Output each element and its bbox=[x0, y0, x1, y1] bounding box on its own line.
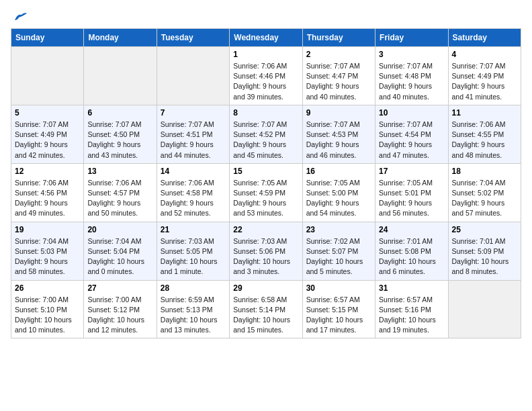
calendar-cell bbox=[448, 280, 521, 338]
cell-info: Sunrise: 7:07 AM Sunset: 4:49 PM Dayligh… bbox=[15, 120, 80, 161]
calendar-cell: 16Sunrise: 7:05 AM Sunset: 5:00 PM Dayli… bbox=[302, 163, 375, 222]
day-header-sunday: Sunday bbox=[11, 29, 84, 47]
date-number: 9 bbox=[306, 108, 371, 118]
date-number: 17 bbox=[379, 167, 444, 176]
date-number: 11 bbox=[452, 108, 517, 118]
cell-info: Sunrise: 6:57 AM Sunset: 5:15 PM Dayligh… bbox=[306, 295, 371, 336]
date-number: 12 bbox=[15, 167, 80, 176]
date-number: 5 bbox=[15, 108, 80, 118]
date-number: 14 bbox=[161, 167, 226, 176]
cell-info: Sunrise: 7:05 AM Sunset: 4:59 PM Dayligh… bbox=[233, 178, 298, 219]
cell-info: Sunrise: 7:02 AM Sunset: 5:07 PM Dayligh… bbox=[306, 236, 371, 277]
date-number: 26 bbox=[15, 283, 80, 293]
calendar-cell: 25Sunrise: 7:01 AM Sunset: 5:09 PM Dayli… bbox=[448, 222, 521, 280]
calendar-cell: 24Sunrise: 7:01 AM Sunset: 5:08 PM Dayli… bbox=[375, 222, 448, 280]
calendar-cell: 31Sunrise: 6:57 AM Sunset: 5:16 PM Dayli… bbox=[375, 280, 448, 338]
calendar-cell: 20Sunrise: 7:04 AM Sunset: 5:04 PM Dayli… bbox=[84, 222, 157, 280]
cell-info: Sunrise: 7:01 AM Sunset: 5:09 PM Dayligh… bbox=[452, 236, 517, 277]
date-number: 13 bbox=[87, 167, 152, 176]
calendar-cell: 18Sunrise: 7:04 AM Sunset: 5:02 PM Dayli… bbox=[448, 163, 521, 222]
calendar-cell: 6Sunrise: 7:07 AM Sunset: 4:50 PM Daylig… bbox=[84, 105, 157, 163]
cell-info: Sunrise: 7:00 AM Sunset: 5:12 PM Dayligh… bbox=[87, 295, 152, 336]
date-number: 18 bbox=[452, 167, 517, 176]
cell-info: Sunrise: 7:07 AM Sunset: 4:53 PM Dayligh… bbox=[306, 120, 371, 161]
calendar-cell: 17Sunrise: 7:05 AM Sunset: 5:01 PM Dayli… bbox=[375, 163, 448, 222]
cell-info: Sunrise: 7:04 AM Sunset: 5:02 PM Dayligh… bbox=[452, 178, 517, 219]
cell-info: Sunrise: 7:04 AM Sunset: 5:03 PM Dayligh… bbox=[15, 236, 80, 277]
calendar-cell: 1Sunrise: 7:06 AM Sunset: 4:46 PM Daylig… bbox=[230, 47, 302, 105]
calendar-cell: 19Sunrise: 7:04 AM Sunset: 5:03 PM Dayli… bbox=[11, 222, 84, 280]
calendar-cell: 10Sunrise: 7:07 AM Sunset: 4:54 PM Dayli… bbox=[375, 105, 448, 163]
cell-info: Sunrise: 6:58 AM Sunset: 5:14 PM Dayligh… bbox=[233, 295, 298, 336]
logo-bird-icon bbox=[12, 11, 27, 23]
cell-info: Sunrise: 7:06 AM Sunset: 4:56 PM Dayligh… bbox=[15, 178, 80, 219]
calendar-cell: 4Sunrise: 7:07 AM Sunset: 4:49 PM Daylig… bbox=[448, 47, 521, 105]
calendar-cell: 21Sunrise: 7:03 AM Sunset: 5:05 PM Dayli… bbox=[157, 222, 229, 280]
day-header-saturday: Saturday bbox=[448, 29, 521, 47]
cell-info: Sunrise: 7:01 AM Sunset: 5:08 PM Dayligh… bbox=[379, 236, 444, 277]
cell-info: Sunrise: 7:07 AM Sunset: 4:49 PM Dayligh… bbox=[452, 61, 517, 102]
date-number: 27 bbox=[87, 283, 152, 293]
calendar-cell: 29Sunrise: 6:58 AM Sunset: 5:14 PM Dayli… bbox=[230, 280, 302, 338]
calendar-table: SundayMondayTuesdayWednesdayThursdayFrid… bbox=[11, 28, 521, 338]
day-header-thursday: Thursday bbox=[302, 29, 375, 47]
date-number: 3 bbox=[379, 50, 444, 59]
day-header-wednesday: Wednesday bbox=[230, 29, 302, 47]
date-number: 20 bbox=[87, 225, 152, 234]
cell-info: Sunrise: 7:05 AM Sunset: 5:01 PM Dayligh… bbox=[379, 178, 444, 219]
date-number: 28 bbox=[161, 283, 226, 293]
calendar-cell: 14Sunrise: 7:06 AM Sunset: 4:58 PM Dayli… bbox=[157, 163, 229, 222]
cell-info: Sunrise: 7:07 AM Sunset: 4:48 PM Dayligh… bbox=[379, 61, 444, 102]
cell-info: Sunrise: 7:07 AM Sunset: 4:52 PM Dayligh… bbox=[233, 120, 298, 161]
calendar-cell: 13Sunrise: 7:06 AM Sunset: 4:57 PM Dayli… bbox=[84, 163, 157, 222]
cell-info: Sunrise: 6:59 AM Sunset: 5:13 PM Dayligh… bbox=[161, 295, 226, 336]
calendar-cell: 15Sunrise: 7:05 AM Sunset: 4:59 PM Dayli… bbox=[230, 163, 302, 222]
cell-info: Sunrise: 7:07 AM Sunset: 4:50 PM Dayligh… bbox=[87, 120, 152, 161]
cell-info: Sunrise: 7:07 AM Sunset: 4:47 PM Dayligh… bbox=[306, 61, 371, 102]
calendar-cell: 26Sunrise: 7:00 AM Sunset: 5:10 PM Dayli… bbox=[11, 280, 84, 338]
page-header bbox=[11, 11, 521, 20]
calendar-cell: 5Sunrise: 7:07 AM Sunset: 4:49 PM Daylig… bbox=[11, 105, 84, 163]
cell-info: Sunrise: 7:06 AM Sunset: 4:57 PM Dayligh… bbox=[87, 178, 152, 219]
cell-info: Sunrise: 7:04 AM Sunset: 5:04 PM Dayligh… bbox=[87, 236, 152, 277]
calendar-cell: 12Sunrise: 7:06 AM Sunset: 4:56 PM Dayli… bbox=[11, 163, 84, 222]
cell-info: Sunrise: 7:00 AM Sunset: 5:10 PM Dayligh… bbox=[15, 295, 80, 336]
date-number: 4 bbox=[452, 50, 517, 59]
calendar-cell: 22Sunrise: 7:03 AM Sunset: 5:06 PM Dayli… bbox=[230, 222, 302, 280]
calendar-cell: 23Sunrise: 7:02 AM Sunset: 5:07 PM Dayli… bbox=[302, 222, 375, 280]
date-number: 30 bbox=[306, 283, 371, 293]
date-number: 16 bbox=[306, 167, 371, 176]
date-number: 1 bbox=[233, 50, 298, 59]
cell-info: Sunrise: 7:06 AM Sunset: 4:55 PM Dayligh… bbox=[452, 120, 517, 161]
calendar-cell: 2Sunrise: 7:07 AM Sunset: 4:47 PM Daylig… bbox=[302, 47, 375, 105]
calendar-cell: 27Sunrise: 7:00 AM Sunset: 5:12 PM Dayli… bbox=[84, 280, 157, 338]
cell-info: Sunrise: 7:06 AM Sunset: 4:46 PM Dayligh… bbox=[233, 61, 298, 102]
calendar-cell: 30Sunrise: 6:57 AM Sunset: 5:15 PM Dayli… bbox=[302, 280, 375, 338]
date-number: 29 bbox=[233, 283, 298, 293]
day-header-monday: Monday bbox=[84, 29, 157, 47]
calendar-cell bbox=[157, 47, 229, 105]
date-number: 19 bbox=[15, 225, 80, 234]
calendar-cell: 8Sunrise: 7:07 AM Sunset: 4:52 PM Daylig… bbox=[230, 105, 302, 163]
calendar-cell: 9Sunrise: 7:07 AM Sunset: 4:53 PM Daylig… bbox=[302, 105, 375, 163]
date-number: 2 bbox=[306, 50, 371, 59]
calendar-cell bbox=[11, 47, 84, 105]
cell-info: Sunrise: 7:07 AM Sunset: 4:54 PM Dayligh… bbox=[379, 120, 444, 161]
day-header-friday: Friday bbox=[375, 29, 448, 47]
calendar-cell: 3Sunrise: 7:07 AM Sunset: 4:48 PM Daylig… bbox=[375, 47, 448, 105]
date-number: 6 bbox=[87, 108, 152, 118]
date-number: 15 bbox=[233, 167, 298, 176]
cell-info: Sunrise: 7:06 AM Sunset: 4:58 PM Dayligh… bbox=[161, 178, 226, 219]
date-number: 10 bbox=[379, 108, 444, 118]
date-number: 7 bbox=[161, 108, 226, 118]
logo bbox=[11, 11, 27, 20]
cell-info: Sunrise: 6:57 AM Sunset: 5:16 PM Dayligh… bbox=[379, 295, 444, 336]
date-number: 22 bbox=[233, 225, 298, 234]
date-number: 24 bbox=[379, 225, 444, 234]
date-number: 31 bbox=[379, 283, 444, 293]
calendar-cell: 28Sunrise: 6:59 AM Sunset: 5:13 PM Dayli… bbox=[157, 280, 229, 338]
date-number: 25 bbox=[452, 225, 517, 234]
cell-info: Sunrise: 7:07 AM Sunset: 4:51 PM Dayligh… bbox=[161, 120, 226, 161]
date-number: 23 bbox=[306, 225, 371, 234]
cell-info: Sunrise: 7:05 AM Sunset: 5:00 PM Dayligh… bbox=[306, 178, 371, 219]
